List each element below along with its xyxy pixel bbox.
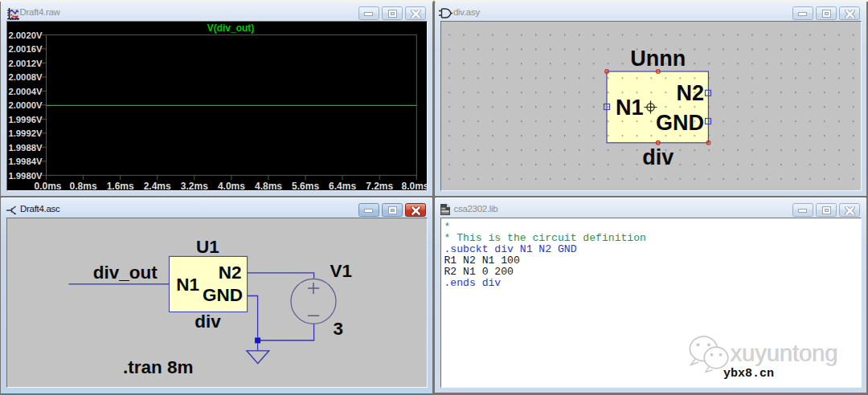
svg-text:2.0004V: 2.0004V: [8, 87, 43, 96]
svg-text:N1: N1: [616, 96, 644, 120]
svg-text:2.0020V: 2.0020V: [8, 31, 43, 40]
svg-text:1.9988V: 1.9988V: [8, 143, 43, 153]
svg-text:6.4ms: 6.4ms: [329, 181, 356, 190]
svg-text:2.0000V: 2.0000V: [8, 100, 43, 110]
svg-text:7.2ms: 7.2ms: [366, 181, 393, 190]
svg-text:0.0ms: 0.0ms: [34, 181, 61, 190]
svg-text:2.0012V: 2.0012V: [8, 59, 43, 68]
svg-text:N2: N2: [219, 263, 242, 283]
svg-text:GND: GND: [203, 285, 243, 305]
svg-text:GND: GND: [656, 111, 704, 135]
svg-text:1.9992V: 1.9992V: [8, 128, 43, 138]
svg-text:V1: V1: [330, 261, 352, 281]
svg-text:1.9984V: 1.9984V: [8, 157, 43, 166]
svg-text:Unnn: Unnn: [630, 47, 686, 71]
svg-text:4.8ms: 4.8ms: [255, 181, 282, 190]
svg-text:N2: N2: [676, 81, 704, 105]
svg-text:div: div: [642, 145, 674, 169]
svg-text:3: 3: [333, 319, 343, 339]
svg-text:0.8ms: 0.8ms: [70, 181, 97, 190]
svg-text:1.6ms: 1.6ms: [107, 181, 134, 190]
svg-text:2.4ms: 2.4ms: [144, 181, 171, 190]
svg-text:V(div_out): V(div_out): [207, 22, 255, 34]
svg-text:2.0016V: 2.0016V: [8, 44, 43, 54]
svg-text:4.0ms: 4.0ms: [218, 181, 245, 190]
svg-text:3.2ms: 3.2ms: [181, 181, 208, 190]
svg-text:8.0ms: 8.0ms: [401, 181, 427, 190]
svg-text:div_out: div_out: [93, 263, 158, 283]
svg-text:1.9996V: 1.9996V: [8, 115, 43, 124]
svg-text:N1: N1: [176, 275, 199, 295]
svg-text:1.9980V: 1.9980V: [8, 171, 43, 181]
svg-text:5.6ms: 5.6ms: [292, 181, 319, 190]
svg-text:2.0008V: 2.0008V: [8, 72, 43, 82]
svg-text:U1: U1: [196, 237, 219, 257]
svg-text:div: div: [194, 312, 221, 332]
svg-text:.tran 8m: .tran 8m: [123, 357, 194, 377]
